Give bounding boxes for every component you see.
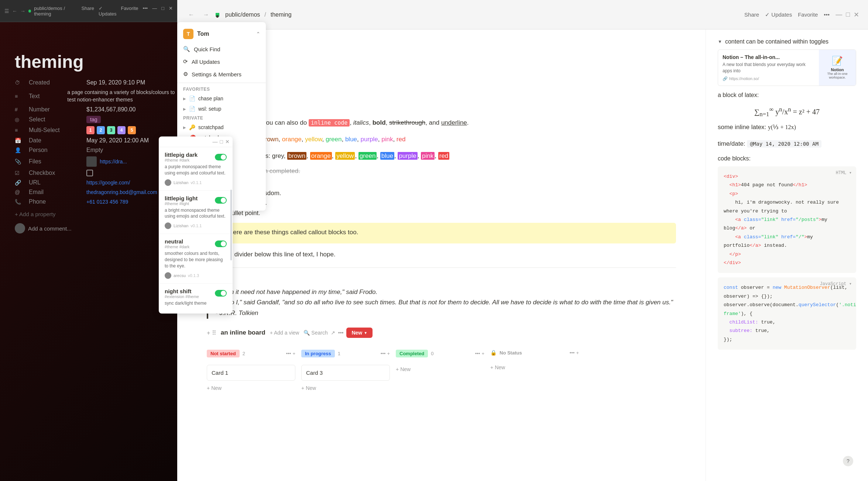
select-value[interactable]: tag (86, 116, 101, 123)
minimize-btn-small[interactable]: — (152, 6, 157, 17)
all-updates-item[interactable]: ⟳ All Updates (177, 55, 266, 68)
not-started-add[interactable]: + (292, 351, 295, 356)
toggle-header-1[interactable]: ▼ content can be contained within toggle… (718, 38, 856, 45)
more-btn-main[interactable]: ••• (824, 11, 830, 18)
favorite-btn-main[interactable]: Favorite (798, 11, 818, 18)
wsl-setup-item[interactable]: ▶ 📄 wsl: setup (177, 104, 266, 114)
theme-toggle-3[interactable] (215, 240, 227, 247)
no-status-add-card[interactable]: + New (490, 363, 579, 372)
board-drag-handle[interactable]: + ⠿ (207, 329, 216, 336)
checkbox-value[interactable] (86, 170, 93, 176)
orange-text: orange (282, 136, 302, 143)
favorite-btn-small[interactable]: Favorite (121, 6, 138, 17)
code-href-attr-2: href= (778, 234, 796, 240)
share-btn-small[interactable]: Share (81, 6, 94, 17)
col-header-no-status: 🔒 No Status ••• + (490, 347, 579, 359)
theme-footer-2: Lizishan v0.1.1 (165, 222, 227, 229)
back-icon[interactable]: ← (12, 8, 17, 14)
phone-value[interactable]: +61 0123 456 789 (86, 199, 128, 205)
js-selector: ( (836, 302, 839, 308)
themes-panel-header: — □ ✕ (159, 136, 233, 147)
nav-back-btn[interactable]: ← (186, 10, 196, 20)
status-dot: ● (216, 13, 219, 17)
theme-avatar-3 (165, 272, 171, 279)
in-progress-add[interactable]: + (387, 351, 390, 356)
multi-tag-5[interactable]: 5 (128, 126, 136, 134)
minimize-icon[interactable]: — (836, 11, 842, 19)
multi-tag-2[interactable]: 2 (97, 126, 105, 134)
email-value[interactable]: thedragonring.bod@gmail.com (86, 189, 157, 195)
chase-plan-item[interactable]: ▶ 📄 chase plan (177, 93, 266, 104)
files-url[interactable]: https://dra... (100, 159, 127, 165)
col-header-completed: Completed 0 ••• + (396, 347, 484, 360)
updates-btn-main[interactable]: ✓ Updates (765, 11, 792, 18)
html-lang-label[interactable]: HTML ▾ (836, 170, 852, 176)
nav-forward-btn[interactable]: → (201, 10, 211, 20)
maximize-icon[interactable]: □ (846, 11, 850, 19)
js-var: observer = (741, 285, 773, 290)
user-avatar-initial: T (187, 31, 190, 37)
in-progress-more[interactable]: ••• (381, 351, 386, 356)
board-more-icon[interactable]: ••• (338, 330, 344, 336)
property-created: ⏱ Created Sep 19, 2020 9:10 PM (15, 79, 177, 86)
theme-toggle-4[interactable] (215, 290, 227, 297)
maximize-btn-small[interactable]: □ (161, 6, 164, 17)
multi-tag-3[interactable]: 3 (107, 126, 115, 134)
sidebar-user-item[interactable]: T Tom ⌃ (177, 25, 266, 43)
board-link-icon[interactable]: ↗ (331, 330, 335, 336)
in-progress-add-card[interactable]: + New (301, 384, 390, 392)
hamburger-icon[interactable]: ☰ (4, 8, 9, 14)
settings-label: Settings & Members (192, 71, 241, 77)
multi-tag-1[interactable]: 1 (86, 126, 95, 134)
italic-word: italics (353, 119, 369, 126)
quote-text: "I wish it need not have happened in my … (216, 287, 676, 319)
add-view-btn[interactable]: + Add a view (270, 330, 299, 336)
scratchpad-label: scratchpad (198, 124, 223, 130)
person-value: Empty (86, 147, 103, 153)
add-comment-text[interactable]: Add a comment... (28, 225, 72, 232)
close-icon[interactable]: ✕ (854, 11, 859, 19)
not-started-more[interactable]: ••• (286, 351, 291, 356)
theme-item-header-3: neutral #theme #dark (165, 238, 227, 249)
board-search-btn[interactable]: 🔍 Search (303, 330, 327, 336)
card-3[interactable]: Card 3 (301, 365, 390, 381)
underline-word: underline (441, 119, 467, 126)
no-status-add[interactable]: + (576, 350, 579, 356)
settings-item[interactable]: ⚙ Settings & Members (177, 68, 266, 80)
board-header: + ⠿ an inline board + Add a view 🔍 Searc… (207, 325, 676, 341)
yellow-text: yellow (305, 136, 322, 143)
no-status-badge: No Status (500, 350, 522, 356)
more-btn-small[interactable]: ••• (143, 6, 148, 17)
forward-icon[interactable]: → (20, 8, 25, 14)
link-preview-url[interactable]: 🔗 https://notion.so/ (723, 76, 814, 81)
favicon-dot (28, 10, 31, 13)
scratchpad-item[interactable]: ▶ 🔑 scratchpad (177, 122, 266, 132)
themes-close-btn[interactable]: ✕ (225, 139, 230, 145)
in-progress-count: 1 (338, 351, 340, 356)
theme-toggle-1[interactable] (215, 154, 227, 160)
themes-maximize-btn[interactable]: □ (220, 139, 223, 145)
url-value[interactable]: https://google.com/ (86, 180, 130, 186)
js-lang-label[interactable]: JavaScript ▾ (820, 281, 852, 287)
theme-toggle-2[interactable] (215, 197, 227, 204)
no-status-more[interactable]: ••• (570, 350, 575, 356)
card-1[interactable]: Card 1 (207, 365, 295, 381)
new-item-btn[interactable]: New ▼ (346, 328, 373, 338)
completed-more[interactable]: ••• (475, 351, 480, 356)
close-btn-small[interactable]: ✕ (169, 6, 173, 17)
completed-add-card[interactable]: + New (396, 365, 484, 374)
share-btn-main[interactable]: Share (744, 11, 759, 18)
updates-btn-small[interactable]: ✓ Updates (99, 6, 116, 17)
completed-add[interactable]: + (481, 351, 484, 356)
quick-find-item[interactable]: 🔍 Quick Find (177, 43, 266, 55)
add-property-btn[interactable]: + Add a property (15, 211, 177, 217)
theme-info-3: neutral #theme #dark (165, 238, 189, 249)
multi-tag-4[interactable]: 4 (117, 126, 126, 134)
add-card-icon: + (207, 385, 210, 391)
notion-brand-name: Notion (819, 68, 856, 72)
themes-minimize-btn[interactable]: — (213, 139, 218, 145)
not-started-add-card[interactable]: + New (207, 384, 295, 392)
js-line-4: subtree: true, (724, 326, 850, 335)
themes-scrollbar[interactable] (230, 190, 232, 260)
new-btn-chevron: ▼ (364, 331, 367, 335)
